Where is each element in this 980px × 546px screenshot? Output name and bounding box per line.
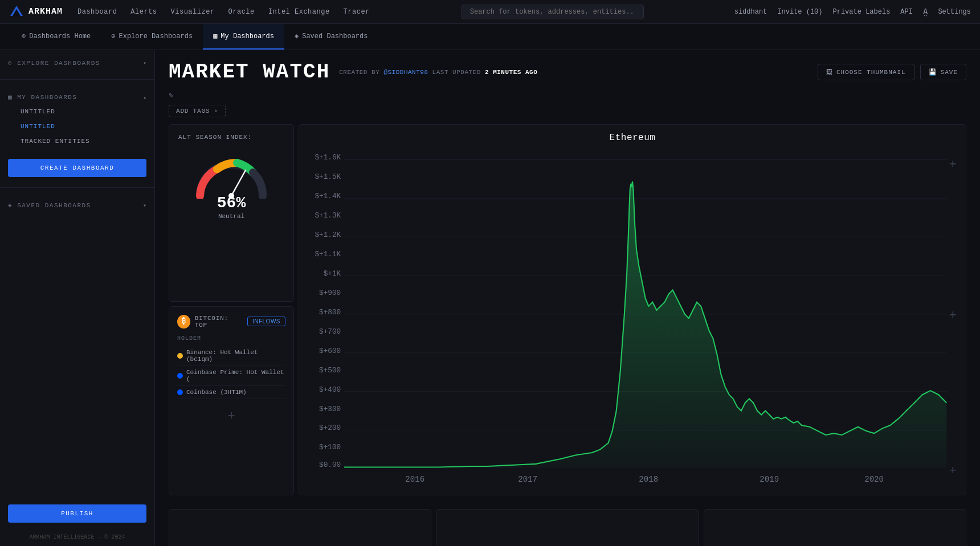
holder-row-2[interactable]: Coinbase Prime: Hot Wallet ( — [177, 366, 285, 386]
svg-text:2020: 2020 — [864, 475, 884, 483]
dashboards-home-icon: ⊙ — [22, 32, 26, 40]
bottom-card-3: + — [704, 509, 966, 546]
my-dashboards-section-icon: ▦ — [8, 93, 13, 101]
choose-thumbnail-button[interactable]: 🖼 CHOOSE THUMBNAIL — [818, 64, 914, 80]
nav-dashboard[interactable]: Dashboard — [76, 6, 118, 18]
create-dashboard-button[interactable]: CREATE DASHBOARD — [8, 159, 146, 177]
chart-wrapper: $+1.6K $+1.5K $+1.4K $+1.3K $+1.2K $+1.1… — [299, 145, 966, 489]
last-updated-time: 2 MINUTES AGO — [485, 69, 537, 76]
subnav-dashboards-home-label: Dashboards Home — [29, 32, 91, 40]
sidebar-footer: ARKHAM INTELLIGENCE - © 2024 — [0, 528, 154, 546]
subnav-my-dashboards-label: My Dashboards — [220, 32, 274, 40]
page-meta: CREATED BY @SIDDHANT98 LAST UPDATED 2 MI… — [339, 69, 537, 76]
saved-dashboards-section: ◈ SAVED DASHBOARDS ▾ — [0, 192, 154, 217]
holder-dot-1 — [177, 353, 183, 359]
nav-alerts[interactable]: Alerts — [129, 6, 158, 18]
svg-text:$+400: $+400 — [319, 385, 341, 394]
holder-row-3[interactable]: Coinbase (3HT1M) — [177, 386, 285, 399]
thumbnail-icon: 🖼 — [826, 68, 833, 76]
subnav-explore-label: Explore Dashboards — [119, 32, 193, 40]
gauge-svg — [191, 153, 271, 199]
holder-row-1[interactable]: Binance: Hot Wallet (bc1qm) — [177, 346, 285, 366]
search-input[interactable] — [462, 5, 644, 19]
bottom-row: + + + — [155, 509, 980, 546]
private-labels-link[interactable]: Private Labels — [833, 8, 891, 16]
holder-dot-3 — [177, 389, 183, 395]
svg-text:2018: 2018 — [639, 475, 658, 483]
sidebar-item-untitled-2[interactable]: UNTITLED — [8, 119, 146, 134]
svg-line-2 — [231, 170, 246, 196]
sidebar-divider-2 — [0, 187, 154, 188]
nav-visualizer[interactable]: Visualizer — [170, 6, 216, 18]
bottom-card-1: + — [169, 509, 431, 546]
gauge-container: 56% Neutral — [178, 149, 284, 224]
svg-text:$+1K: $+1K — [324, 269, 341, 278]
svg-text:$+1.6K: $+1.6K — [315, 153, 341, 162]
gauge-value: 56% — [217, 194, 246, 212]
page-header-right: 🖼 CHOOSE THUMBNAIL 💾 SAVE — [818, 64, 966, 80]
api-link[interactable]: API — [900, 8, 913, 16]
svg-text:$+600: $+600 — [319, 347, 341, 355]
svg-text:$+100: $+100 — [319, 443, 341, 451]
save-button[interactable]: 💾 SAVE — [920, 64, 966, 80]
nav-tracer[interactable]: Tracer — [342, 6, 371, 18]
explore-section-title: ⊕ EXPLORE DASHBOARDS — [8, 59, 100, 67]
edit-icon[interactable]: ✎ — [169, 91, 173, 100]
subnav: ⊙ Dashboards Home ⊕ Explore Dashboards ▦… — [0, 24, 980, 50]
svg-text:$+300: $+300 — [319, 405, 341, 413]
add-tags-button[interactable]: ADD TAGS › — [169, 105, 226, 117]
subnav-dashboards-home[interactable]: ⊙ Dashboards Home — [11, 24, 101, 50]
sidebar-item-tracked-entities[interactable]: TRACKED ENTITIES — [8, 134, 146, 149]
saved-dashboards-title: ◈ SAVED DASHBOARDS — [8, 202, 91, 209]
bitcoin-add-widget-button[interactable]: + — [227, 410, 235, 423]
chart-add-mid-right[interactable]: + — [949, 310, 957, 322]
search-container — [385, 5, 721, 19]
svg-text:2016: 2016 — [405, 475, 424, 483]
gauge-label: Neutral — [218, 213, 244, 220]
inflows-badge[interactable]: INFLOWS — [247, 317, 285, 326]
created-by-prefix: CREATED BY — [339, 69, 379, 76]
explore-section-header[interactable]: ⊕ EXPLORE DASHBOARDS ▾ — [8, 59, 146, 67]
nav-oracle[interactable]: Oracle — [227, 6, 256, 18]
saved-dashboards-icon: ◈ — [8, 202, 13, 209]
chart-add-bottom-right[interactable]: + — [949, 465, 957, 478]
my-dashboards-header[interactable]: ▦ MY DASHBOARDS ▴ — [8, 93, 146, 101]
logo[interactable]: ARKHAM — [9, 5, 63, 19]
explore-chevron-icon: ▾ — [143, 60, 146, 67]
ethereum-chart-widget: Ethereum + + + $+1.6K $+1.5K $+1.4K $+1.… — [299, 124, 966, 495]
my-dashboards-section: ▦ MY DASHBOARDS ▴ UNTITLED UNTITLED TRAC… — [0, 84, 154, 153]
saved-dashboards-icon: ◈ — [295, 32, 299, 40]
svg-text:$+900: $+900 — [319, 289, 341, 297]
holder-column-label: HOLDER — [177, 335, 285, 342]
bottom-card-2: + — [436, 509, 699, 546]
invite-button[interactable]: Invite (10) — [777, 8, 822, 16]
alt-season-title: ALT SEASON INDEX: — [178, 134, 284, 141]
holder-name-1: Binance: Hot Wallet (bc1qm) — [186, 349, 285, 363]
nav-intel-exchange[interactable]: Intel Exchange — [267, 6, 331, 18]
svg-text:$+700: $+700 — [319, 327, 341, 336]
chart-add-top-right[interactable]: + — [949, 159, 957, 171]
bitcoin-header: ₿ BITCOIN: TOP INFLOWS — [177, 315, 285, 329]
sidebar: ⊕ EXPLORE DASHBOARDS ▾ ▦ MY DASHBOARDS ▴… — [0, 50, 155, 546]
svg-text:$+1.5K: $+1.5K — [315, 173, 341, 181]
language-icon[interactable]: A̤ — [923, 7, 928, 17]
svg-text:$+800: $+800 — [319, 308, 341, 317]
settings-link[interactable]: Settings — [938, 8, 971, 16]
saved-dashboards-header[interactable]: ◈ SAVED DASHBOARDS ▾ — [8, 202, 146, 209]
explore-section: ⊕ EXPLORE DASHBOARDS ▾ — [0, 50, 154, 75]
svg-text:$+1.3K: $+1.3K — [315, 211, 341, 220]
subnav-saved-dashboards[interactable]: ◈ Saved Dashboards — [284, 24, 378, 50]
sidebar-item-untitled-1[interactable]: UNTITLED — [8, 104, 146, 119]
alt-season-widget: ALT SEASON INDEX: — [169, 124, 294, 302]
subnav-my-dashboards[interactable]: ▦ My Dashboards — [203, 24, 284, 50]
last-updated-label: LAST UPDATED — [432, 69, 481, 76]
subnav-explore-dashboards[interactable]: ⊕ Explore Dashboards — [101, 24, 203, 50]
publish-button[interactable]: PUBLISH — [8, 504, 146, 523]
btc-icon: ₿ — [177, 315, 190, 329]
content-area: MARKET WATCH CREATED BY @SIDDHANT98 LAST… — [155, 50, 980, 546]
sidebar-divider-1 — [0, 79, 154, 80]
page-title: MARKET WATCH — [169, 60, 330, 84]
edit-row: ✎ — [155, 88, 980, 105]
topnav-links: Dashboard Alerts Visualizer Oracle Intel… — [76, 6, 371, 18]
user-label[interactable]: siddhant — [734, 8, 767, 16]
